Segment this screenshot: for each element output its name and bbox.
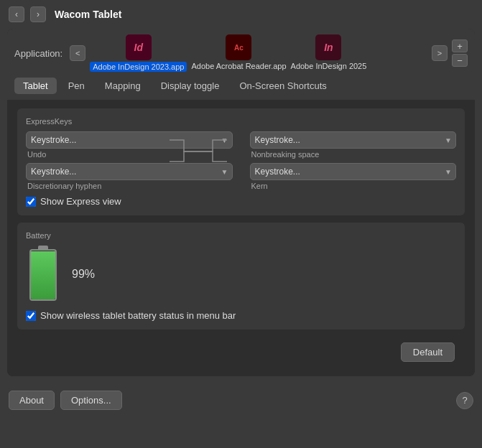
forward-button[interactable]: › xyxy=(30,6,46,22)
options-button[interactable]: Options... xyxy=(60,391,122,410)
expresskeys-wrapper: Keystroke... ▼ Undo Keystroke... ▼ xyxy=(26,131,456,190)
default-button[interactable]: Default xyxy=(401,342,455,362)
battery-fill xyxy=(31,251,55,299)
bottom-left-sub-label: Discretionary hyphen xyxy=(27,182,233,190)
bottom-right-select-wrapper: Keystroke... ▼ xyxy=(250,163,457,180)
key-group-bottom-right: Keystroke... ▼ Kern xyxy=(250,163,457,190)
app-icon-indesign2023[interactable]: Id Adobe InDesign 2023.app xyxy=(90,34,187,72)
indesign2025-icon: In xyxy=(315,34,341,60)
battery-section: Battery 99% Show wireless tablet battery… xyxy=(17,223,465,330)
content-area: ExpressKeys Keystroke... ▼ Undo xyxy=(7,100,475,376)
expresskeys-section: ExpressKeys Keystroke... ▼ Undo xyxy=(17,108,465,215)
tab-tablet[interactable]: Tablet xyxy=(14,78,57,94)
app-icons-area: Id Adobe InDesign 2023.app Ac Adobe Acro… xyxy=(90,34,427,72)
bottom-left-select-wrapper: Keystroke... ▼ xyxy=(26,163,233,180)
battery-label: Battery xyxy=(26,231,456,240)
bottom-right-keystroke-select[interactable]: Keystroke... xyxy=(250,163,457,180)
battery-icon-container xyxy=(26,246,60,303)
acrobat-icon: Ac xyxy=(226,34,251,60)
add-app-button[interactable]: + xyxy=(452,39,468,52)
top-left-keystroke-select[interactable]: Keystroke... xyxy=(26,131,233,149)
key-group-top-right: Keystroke... ▼ Nonbreaking space xyxy=(250,131,457,159)
window-title: Wacom Tablet xyxy=(55,9,121,20)
expresskeys-label: ExpressKeys xyxy=(26,117,456,126)
app-next-button[interactable]: > xyxy=(432,45,448,61)
app-icon-label-acrobat: Adobe Acrobat Reader.app xyxy=(191,62,286,70)
top-right-sub-label: Nonbreaking space xyxy=(251,150,457,159)
indesign2023-icon: Id xyxy=(126,34,152,60)
key-group-top-left: Keystroke... ▼ Undo xyxy=(26,131,233,159)
footer: About Options... ? xyxy=(0,383,482,410)
top-left-select-wrapper: Keystroke... ▼ xyxy=(26,131,233,149)
app-icon-label-indesign2025: Adobe InDesign 2025 xyxy=(291,62,367,70)
bottom-left-keystroke-select[interactable]: Keystroke... xyxy=(26,163,233,180)
footer-left: About Options... xyxy=(9,391,122,410)
tab-pen[interactable]: Pen xyxy=(60,78,93,94)
tabs-bar: Tablet Pen Mapping Display toggle On-Scr… xyxy=(7,78,475,100)
battery-body xyxy=(29,249,57,301)
top-right-keystroke-select[interactable]: Keystroke... xyxy=(250,131,457,149)
back-button[interactable]: ‹ xyxy=(9,6,24,22)
remove-app-button[interactable]: − xyxy=(452,54,468,67)
tab-onscreen-shortcuts[interactable]: On-Screen Shortcuts xyxy=(231,78,335,94)
battery-menu-bar-checkbox[interactable] xyxy=(26,311,36,321)
bottom-right-sub-label: Kern xyxy=(251,182,457,190)
app-bar-label: Application: xyxy=(14,48,62,59)
default-button-row: Default xyxy=(17,337,465,368)
app-side-buttons: + − xyxy=(452,39,468,67)
expresskeys-grid: Keystroke... ▼ Undo Keystroke... ▼ xyxy=(26,131,456,190)
show-express-view-row: Show Express view xyxy=(26,196,456,207)
top-left-sub-label: Undo xyxy=(27,150,233,159)
main-panel: Application: < Id Adobe InDesign 2023.ap… xyxy=(7,29,475,376)
battery-menu-bar-label: Show wireless tablet battery status in m… xyxy=(40,310,236,321)
key-group-bottom-left: Keystroke... ▼ Discretionary hyphen xyxy=(26,163,233,190)
about-button[interactable]: About xyxy=(9,391,55,410)
tab-mapping[interactable]: Mapping xyxy=(96,78,149,94)
app-icon-label-indesign2023: Adobe InDesign 2023.app xyxy=(90,62,187,72)
app-icon-indesign2025[interactable]: In Adobe InDesign 2025 xyxy=(291,34,367,72)
help-button[interactable]: ? xyxy=(456,392,473,409)
app-icon-acrobat[interactable]: Ac Adobe Acrobat Reader.app xyxy=(191,34,286,72)
show-express-view-checkbox[interactable] xyxy=(26,197,36,207)
tab-display-toggle[interactable]: Display toggle xyxy=(152,78,228,94)
title-bar: ‹ › Wacom Tablet xyxy=(0,0,482,29)
top-right-select-wrapper: Keystroke... ▼ xyxy=(250,131,457,149)
battery-content: 99% xyxy=(26,246,456,303)
show-express-view-label: Show Express view xyxy=(40,196,121,207)
app-prev-button[interactable]: < xyxy=(70,45,85,61)
app-bar: Application: < Id Adobe InDesign 2023.ap… xyxy=(7,29,475,78)
battery-percent-text: 99% xyxy=(72,268,95,281)
battery-menu-bar-row: Show wireless tablet battery status in m… xyxy=(26,310,456,321)
